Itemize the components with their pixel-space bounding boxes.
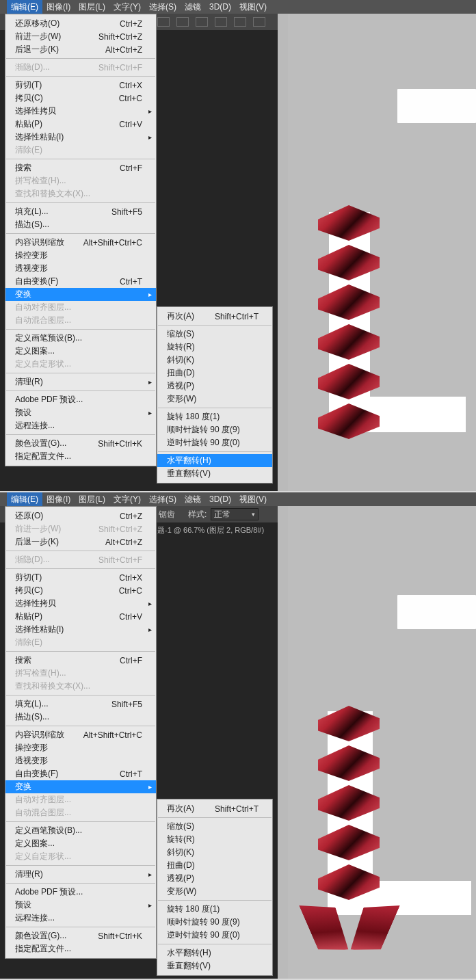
menu-item[interactable]: 剪切(T)Ctrl+X: [5, 571, 156, 584]
menu-item[interactable]: 清理(R)▸: [5, 375, 156, 388]
menubar-item[interactable]: 视图(V): [235, 0, 271, 14]
document-tab[interactable]: 题-1 @ 66.7% (图层 2, RGB/8#): [157, 522, 264, 538]
submenu-item[interactable]: 逆时针旋转 90 度(0): [157, 929, 272, 942]
align-icon[interactable]: [215, 17, 227, 27]
menu-item[interactable]: 搜索Ctrl+F: [5, 654, 156, 667]
submenu-item[interactable]: 缩放(S): [157, 820, 272, 833]
menu-item[interactable]: 描边(S)...: [5, 711, 156, 724]
menu-item[interactable]: 定义画笔预设(B)...: [5, 824, 156, 837]
menubar-item[interactable]: 图层(L): [75, 492, 109, 506]
menu-item[interactable]: 变换▸: [5, 288, 156, 301]
style-select[interactable]: 正常 ▾: [211, 508, 259, 520]
menubar-item[interactable]: 文字(Y): [109, 0, 145, 14]
menu-item[interactable]: 透视变形: [5, 754, 156, 767]
menu-item[interactable]: 粘贴(P)Ctrl+V: [5, 118, 156, 131]
submenu-item[interactable]: 顺时针旋转 90 度(9): [157, 916, 272, 929]
menubar-item[interactable]: 3D(D): [205, 492, 235, 506]
menu-item[interactable]: 选择性粘贴(I)▸: [5, 131, 156, 144]
menu-item[interactable]: 填充(L)...Shift+F5: [5, 698, 156, 711]
menu-item[interactable]: 定义图案...: [5, 837, 156, 850]
submenu-item[interactable]: 垂直翻转(V): [157, 959, 272, 972]
submenu-item[interactable]: 顺时针旋转 90 度(9): [157, 423, 272, 436]
submenu-item[interactable]: 水平翻转(H): [157, 454, 272, 467]
menu-item[interactable]: 填充(L)...Shift+F5: [5, 205, 156, 218]
menu-item[interactable]: Adobe PDF 预设...: [5, 886, 156, 899]
transform-submenu[interactable]: 再次(A)Shift+Ctrl+T缩放(S)旋转(R)斜切(K)扭曲(D)透视(…: [157, 306, 273, 484]
menu-item[interactable]: 后退一步(K)Alt+Ctrl+Z: [5, 43, 156, 56]
menu-item[interactable]: 自由变换(F)Ctrl+T: [5, 275, 156, 288]
submenu-item[interactable]: 旋转(R): [157, 833, 272, 846]
menu-item[interactable]: 自由变换(F)Ctrl+T: [5, 767, 156, 780]
menubar-item[interactable]: 编辑(E): [7, 492, 42, 506]
menu-item[interactable]: 指定配置文件...: [5, 450, 156, 463]
menu-item[interactable]: 清理(R)▸: [5, 868, 156, 881]
menubar-item[interactable]: 图像(I): [42, 0, 75, 14]
menu-item[interactable]: 还原(O)Ctrl+Z: [5, 509, 156, 522]
submenu-item[interactable]: 再次(A)Shift+Ctrl+T: [157, 802, 272, 815]
menu-item[interactable]: 变换▸: [5, 780, 156, 793]
menu-item[interactable]: 定义图案...: [5, 345, 156, 358]
menu-item[interactable]: 描边(S)...: [5, 218, 156, 231]
menubar-item[interactable]: 滤镜: [181, 0, 205, 14]
submenu-item[interactable]: 斜切(K): [157, 846, 272, 859]
menu-item[interactable]: 搜索Ctrl+F: [5, 161, 156, 174]
submenu-item[interactable]: 扭曲(D): [157, 367, 272, 380]
edit-menu[interactable]: 还原移动(O)Ctrl+Z前进一步(W)Shift+Ctrl+Z后退一步(K)A…: [5, 14, 157, 466]
menu-item[interactable]: 选择性拷贝▸: [5, 597, 156, 610]
menu-item-label: 操控变形: [15, 742, 48, 754]
menu-item[interactable]: 选择性拷贝▸: [5, 105, 156, 118]
submenu-item[interactable]: 变形(W): [157, 393, 272, 406]
align-icon[interactable]: [253, 17, 265, 27]
submenu-item[interactable]: 旋转 180 度(1): [157, 903, 272, 916]
submenu-item[interactable]: 再次(A)Shift+Ctrl+T: [157, 310, 272, 323]
menu-item[interactable]: 拷贝(C)Ctrl+C: [5, 584, 156, 597]
menubar-item[interactable]: 编辑(E): [7, 0, 42, 14]
submenu-item[interactable]: 旋转 180 度(1): [157, 410, 272, 423]
menu-item[interactable]: 定义画笔预设(B)...: [5, 332, 156, 345]
menu-item[interactable]: 操控变形: [5, 249, 156, 262]
menu-item[interactable]: 颜色设置(G)...Shift+Ctrl+K: [5, 929, 156, 942]
align-icon[interactable]: [157, 17, 170, 27]
menu-item[interactable]: 拷贝(C)Ctrl+C: [5, 92, 156, 105]
menu-item[interactable]: 预设▸: [5, 406, 156, 419]
submenu-item[interactable]: 透视(P): [157, 380, 272, 393]
submenu-item[interactable]: 斜切(K): [157, 354, 272, 367]
menu-item[interactable]: 操控变形: [5, 741, 156, 754]
submenu-item[interactable]: 扭曲(D): [157, 859, 272, 872]
menu-item[interactable]: Adobe PDF 预设...: [5, 393, 156, 406]
menu-item[interactable]: 后退一步(K)Alt+Ctrl+Z: [5, 535, 156, 548]
menu-item[interactable]: 内容识别缩放Alt+Shift+Ctrl+C: [5, 728, 156, 741]
menubar-item[interactable]: 滤镜: [181, 492, 205, 506]
submenu-item[interactable]: 逆时针旋转 90 度(0): [157, 436, 272, 449]
menu-item[interactable]: 指定配置文件...: [5, 942, 156, 955]
menubar-item[interactable]: 图层(L): [75, 0, 109, 14]
submenu-item[interactable]: 旋转(R): [157, 341, 272, 354]
menu-item[interactable]: 剪切(T)Ctrl+X: [5, 79, 156, 92]
align-icon[interactable]: [196, 17, 208, 27]
submenu-item[interactable]: 水平翻转(H): [157, 946, 272, 959]
menubar-item[interactable]: 视图(V): [235, 492, 271, 506]
menu-item[interactable]: 内容识别缩放Alt+Shift+Ctrl+C: [5, 236, 156, 249]
align-icon[interactable]: [176, 17, 189, 27]
menu-item[interactable]: 颜色设置(G)...Shift+Ctrl+K: [5, 437, 156, 450]
submenu-item[interactable]: 透视(P): [157, 872, 272, 885]
menu-item[interactable]: 粘贴(P)Ctrl+V: [5, 610, 156, 623]
align-icon[interactable]: [234, 17, 246, 27]
submenu-item[interactable]: 变形(W): [157, 885, 272, 898]
menubar-item[interactable]: 3D(D): [205, 0, 235, 14]
edit-menu[interactable]: 还原(O)Ctrl+Z前进一步(W)Shift+Ctrl+Z后退一步(K)Alt…: [5, 506, 157, 959]
transform-submenu[interactable]: 再次(A)Shift+Ctrl+T缩放(S)旋转(R)斜切(K)扭曲(D)透视(…: [157, 799, 273, 976]
menu-item[interactable]: 前进一步(W)Shift+Ctrl+Z: [5, 30, 156, 43]
menubar-item[interactable]: 图像(I): [42, 492, 75, 506]
menu-item[interactable]: 远程连接...: [5, 912, 156, 925]
menubar-item[interactable]: 选择(S): [145, 0, 181, 14]
menubar-item[interactable]: 文字(Y): [109, 492, 145, 506]
submenu-item[interactable]: 缩放(S): [157, 328, 272, 341]
menu-item[interactable]: 预设▸: [5, 899, 156, 912]
menu-item[interactable]: 还原移动(O)Ctrl+Z: [5, 17, 156, 30]
menu-item[interactable]: 透视变形: [5, 262, 156, 275]
menu-item[interactable]: 远程连接...: [5, 419, 156, 432]
submenu-item[interactable]: 垂直翻转(V): [157, 467, 272, 480]
menubar-item[interactable]: 选择(S): [145, 492, 181, 506]
menu-item[interactable]: 选择性粘贴(I)▸: [5, 623, 156, 636]
